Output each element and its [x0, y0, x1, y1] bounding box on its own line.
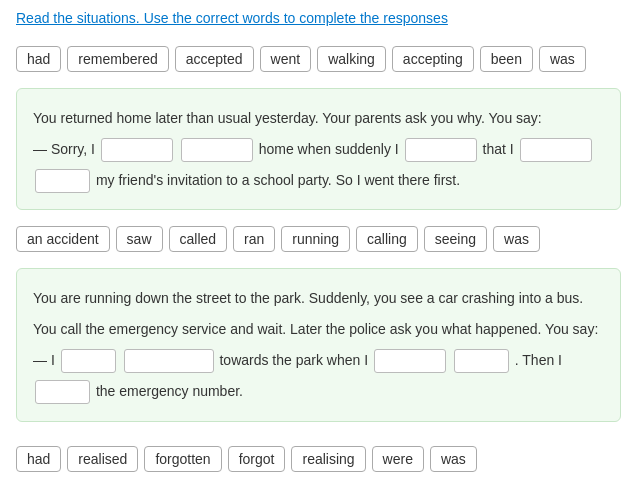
blank-2-2[interactable]	[124, 349, 214, 373]
word-bank-1: had remembered accepted went walking acc…	[0, 38, 637, 80]
chip-saw[interactable]: saw	[116, 226, 163, 252]
chip-accepted[interactable]: accepted	[175, 46, 254, 72]
chip-running[interactable]: running	[281, 226, 350, 252]
chip-ran[interactable]: ran	[233, 226, 275, 252]
chip-was-2[interactable]: was	[493, 226, 540, 252]
blank-1-5[interactable]	[35, 169, 90, 193]
word-bank-2: an accident saw called ran running calli…	[0, 218, 637, 260]
chip-was-3[interactable]: was	[430, 446, 477, 472]
situation-2-intro: You are running down the street to the p…	[33, 283, 604, 345]
blank-1-4[interactable]	[520, 138, 592, 162]
blank-1-3[interactable]	[405, 138, 477, 162]
blank-2-3[interactable]	[374, 349, 446, 373]
word-bank-3: had realised forgotten forgot realising …	[0, 430, 637, 480]
blank-2-4[interactable]	[454, 349, 509, 373]
blank-1-1[interactable]	[101, 138, 173, 162]
situation-box-1: You returned home later than usual yeste…	[16, 88, 621, 210]
chip-called[interactable]: called	[169, 226, 228, 252]
situation-1-lines: — Sorry, I home when suddenly I that I m…	[33, 134, 604, 196]
situation-box-2: You are running down the street to the p…	[16, 268, 621, 421]
blank-2-1[interactable]	[61, 349, 116, 373]
situation-2-lines: — I towards the park when I . Then I the…	[33, 345, 604, 407]
chip-an-accident[interactable]: an accident	[16, 226, 110, 252]
chip-realised[interactable]: realised	[67, 446, 138, 472]
blank-2-5[interactable]	[35, 380, 90, 404]
chip-been[interactable]: been	[480, 46, 533, 72]
chip-realising[interactable]: realising	[291, 446, 365, 472]
chip-had-3[interactable]: had	[16, 446, 61, 472]
chip-forgot[interactable]: forgot	[228, 446, 286, 472]
chip-walking[interactable]: walking	[317, 46, 386, 72]
chip-accepting[interactable]: accepting	[392, 46, 474, 72]
instruction: Read the situations. Use the correct wor…	[0, 0, 637, 38]
chip-were[interactable]: were	[372, 446, 424, 472]
chip-had-1[interactable]: had	[16, 46, 61, 72]
chip-went[interactable]: went	[260, 46, 312, 72]
chip-calling[interactable]: calling	[356, 226, 418, 252]
blank-1-2[interactable]	[181, 138, 253, 162]
chip-remembered[interactable]: remembered	[67, 46, 168, 72]
chip-seeing[interactable]: seeing	[424, 226, 487, 252]
chip-forgotten[interactable]: forgotten	[144, 446, 221, 472]
chip-was-1[interactable]: was	[539, 46, 586, 72]
situation-1-intro: You returned home later than usual yeste…	[33, 103, 604, 134]
